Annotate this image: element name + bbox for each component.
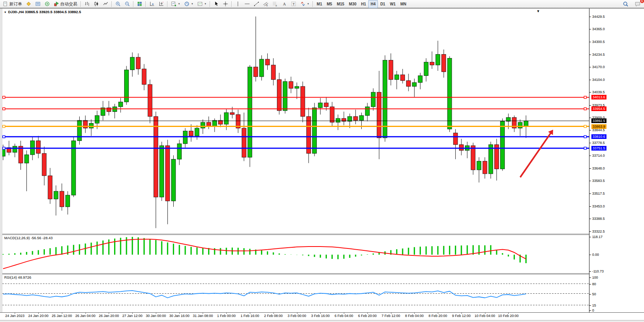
svg-text:E: E (266, 4, 268, 7)
time-axis[interactable]: 24 Jan 202324 Jan 20:0025 Jan 12:0026 Ja… (0, 312, 644, 320)
label-button[interactable]: T (289, 0, 298, 8)
price-tick (589, 219, 591, 219)
crosshair-button[interactable] (221, 0, 230, 8)
price-tick (589, 105, 591, 106)
current-price-tag[interactable]: 33892.5 (591, 118, 606, 123)
market-watch-icon (35, 1, 41, 7)
price-line-tag[interactable]: 33863.9 (591, 124, 606, 129)
price-tick (589, 181, 591, 181)
chevron-down-icon[interactable]: ▼ (204, 3, 207, 5)
tf-d1-button-label: D1 (380, 2, 385, 6)
price-tick (589, 156, 591, 156)
equidistant-channel-button[interactable]: E (261, 0, 270, 8)
macd-scale-label: 0.00 (592, 253, 599, 257)
time-label: 25 Jan 12:00 (52, 314, 72, 318)
vertical-line-button[interactable] (233, 0, 243, 8)
tf-h4-button[interactable]: H4 (368, 0, 378, 8)
tf-h1-button-label: H1 (361, 2, 366, 6)
tile-windows-button[interactable] (135, 0, 144, 8)
tf-d1-button[interactable]: D1 (378, 0, 388, 8)
macd-panel[interactable]: MACD(12,26,9) -56.56 -28.43 (2, 235, 589, 273)
tile-windows-icon (137, 1, 142, 7)
new-chart-button[interactable]: ▼ (169, 0, 182, 8)
fibonacci-button[interactable]: F (270, 0, 280, 8)
horizontal-line-button[interactable] (243, 0, 252, 8)
tf-w1-button[interactable]: W1 (388, 0, 398, 8)
svg-text:F: F (276, 5, 277, 7)
price-line-tag[interactable]: 33810.6 (591, 134, 606, 139)
price-tick-label: 33648.0 (592, 166, 605, 170)
price-tick-label: 33517.5 (592, 192, 605, 195)
chevron-down-icon[interactable]: ▼ (307, 3, 309, 5)
symbols-button[interactable] (24, 0, 33, 8)
bar-chart-button[interactable] (82, 0, 92, 8)
time-label: 8 Feb 20:00 (429, 314, 447, 318)
toolbar-separator (167, 1, 168, 7)
vertical-line-icon (235, 1, 241, 7)
price-tick (589, 55, 591, 55)
rsi-line (3, 291, 526, 298)
window-bottom-edge (0, 320, 644, 322)
macd-chart[interactable] (2, 235, 589, 273)
candlestick-button[interactable] (92, 0, 101, 8)
trendline-button[interactable] (252, 0, 261, 8)
price-tick (589, 143, 591, 143)
toolbar: 新订单自动交易▼▼▼EFAT▼M1M5M15M30H1H4D1W1MN1 (0, 0, 644, 8)
cursor-button[interactable] (212, 0, 221, 8)
tf-m15-button[interactable]: M15 (335, 0, 347, 8)
time-label: 3 Feb 00:00 (287, 314, 306, 318)
price-tick (589, 118, 591, 118)
line-chart-icon (103, 1, 108, 7)
collapse-icon[interactable]: ▼ (4, 11, 7, 14)
search-button[interactable] (621, 0, 630, 8)
chat-button[interactable]: 1 (633, 0, 642, 8)
chevron-down-icon[interactable]: ▼ (178, 3, 180, 5)
templates-button[interactable]: ▼ (195, 0, 208, 8)
candlestick-chart[interactable]: ▼ (2, 9, 589, 234)
time-label: 1 Feb 16:00 (241, 314, 259, 318)
price-line-tag[interactable]: 33751.5 (591, 146, 606, 151)
tf-m1-button[interactable]: M1 (314, 0, 325, 8)
price-tick-label: 34234.5 (592, 53, 605, 57)
tf-m5-button[interactable]: M5 (325, 0, 335, 8)
price-tick-label: 34429.5 (592, 15, 605, 19)
price-tick-label: 33844.5 (592, 128, 605, 132)
tf-m30-button[interactable]: M30 (347, 0, 359, 8)
profiles-button[interactable]: ▼ (182, 0, 195, 8)
rsi-panel[interactable]: RSI(14) 48.9726 (2, 274, 589, 312)
time-label: 30 Jan 16:00 (169, 314, 190, 318)
rsi-scale-label: 0 (592, 308, 594, 312)
price-line-tag[interactable]: 33954.5 (591, 106, 606, 111)
toolbar-separator (111, 1, 112, 7)
price-tick (589, 67, 591, 67)
main-chart[interactable]: ▼ (2, 9, 589, 234)
market-watch-button[interactable] (33, 0, 43, 8)
chart-shift-button[interactable] (157, 0, 166, 8)
price-line-tag[interactable]: 34013.6 (591, 95, 606, 99)
new-order-button[interactable]: 新订单 (1, 0, 24, 8)
zoom-out-button[interactable] (123, 0, 132, 8)
rsi-chart[interactable] (2, 274, 589, 312)
price-scale[interactable]: 34429.534365.034300.534234.534170.034104… (589, 9, 641, 320)
svg-text:T: T (292, 2, 295, 6)
rsi-tick (589, 294, 591, 295)
chart-shift-icon[interactable]: ▼ (536, 9, 540, 13)
tf-m5-button-label: M5 (327, 2, 332, 6)
tf-h1-button[interactable]: H1 (359, 0, 369, 8)
autotrading-icon (54, 1, 59, 7)
macd-tick (589, 255, 591, 255)
auto-scroll-button[interactable] (147, 0, 157, 8)
line-chart-button[interactable] (101, 0, 110, 8)
chart-window: ▼DJ30-,H4 33865.5 33920.5 33804.5 33892.… (0, 8, 644, 322)
text-button[interactable]: A (280, 0, 289, 8)
arrows-button[interactable]: ▼ (298, 0, 311, 8)
toolbar-separator (210, 1, 210, 7)
tf-mn-button[interactable]: MN (398, 0, 409, 8)
price-tick-label: 34104.0 (592, 78, 605, 82)
price-tick (589, 17, 591, 17)
zoom-in-button[interactable] (113, 0, 123, 8)
autotrading-button[interactable]: 自动交易 (52, 0, 79, 8)
data-window-button[interactable] (43, 0, 52, 8)
chevron-down-icon[interactable]: ▼ (191, 3, 193, 5)
symbols-icon (26, 1, 31, 7)
